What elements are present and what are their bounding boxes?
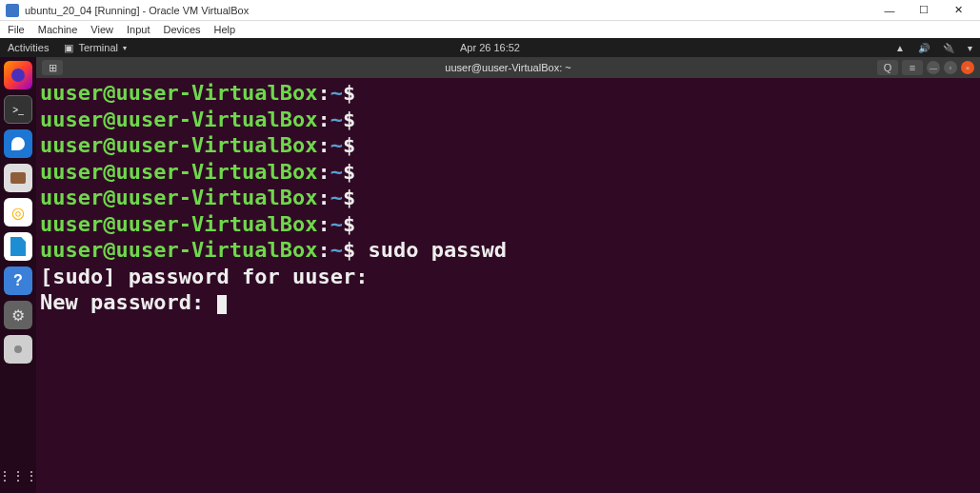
prompt-symbol: $	[343, 212, 369, 236]
dock-settings-icon[interactable]	[4, 301, 32, 329]
terminal-close-button[interactable]: ×	[961, 61, 974, 74]
prompt-colon: :	[317, 108, 330, 131]
topbar-clock[interactable]: Apr 26 16:52	[460, 42, 520, 53]
topbar-status-area[interactable]: ▲ 🔊 🔌 ▾	[895, 43, 972, 53]
prompt-user: uuser@uuser-VirtualBox	[40, 160, 317, 184]
prompt-path: ~	[330, 81, 343, 105]
dock-help-icon[interactable]	[4, 266, 32, 295]
terminal-minimize-button[interactable]: —	[927, 61, 940, 74]
terminal-line: uuser@uuser-VirtualBox:~$	[40, 107, 976, 133]
terminal-small-icon: ▣	[64, 42, 73, 54]
guest-screen: Activities ▣ Terminal ▾ Apr 26 16:52 ▲ 🔊…	[0, 38, 980, 493]
terminal-line: uuser@uuser-VirtualBox:~$	[40, 132, 976, 159]
gnome-topbar: Activities ▣ Terminal ▾ Apr 26 16:52 ▲ 🔊…	[0, 38, 980, 57]
terminal-line: uuser@uuser-VirtualBox:~$	[40, 185, 976, 211]
prompt-symbol: $	[343, 133, 369, 157]
prompt-path: ~	[330, 160, 343, 184]
prompt-colon: :	[317, 186, 330, 209]
status-caret-icon: ▾	[968, 43, 972, 53]
terminal-output-line: New password:	[40, 289, 976, 316]
host-menu-file[interactable]: File	[8, 24, 25, 35]
virtualbox-icon	[6, 4, 19, 17]
prompt-user: uuser@uuser-VirtualBox	[40, 212, 317, 236]
prompt-path: ~	[330, 108, 343, 131]
prompt-user: uuser@uuser-VirtualBox	[40, 186, 317, 209]
prompt-path: ~	[330, 186, 343, 209]
host-menubar: File Machine View Input Devices Help	[0, 21, 980, 38]
prompt-symbol: $	[343, 81, 369, 105]
terminal-body[interactable]: uuser@uuser-VirtualBox:~$ uuser@uuser-Vi…	[36, 78, 980, 493]
prompt-colon: :	[317, 133, 330, 157]
network-icon: ▲	[895, 43, 905, 53]
terminal-output-line: [sudo] password for uuser:	[40, 264, 976, 290]
prompt-path: ~	[330, 238, 343, 262]
volume-icon: 🔊	[918, 43, 930, 53]
host-menu-view[interactable]: View	[90, 24, 113, 35]
dock-terminal-icon[interactable]	[4, 95, 32, 124]
dock-libreoffice-icon[interactable]	[4, 232, 32, 261]
host-maximize-button[interactable]: ☐	[908, 2, 940, 19]
prompt-colon: :	[317, 212, 330, 236]
terminal-maximize-button[interactable]: ▫	[944, 61, 957, 74]
prompt-user: uuser@uuser-VirtualBox	[40, 81, 317, 105]
host-minimize-button[interactable]: —	[873, 2, 906, 19]
prompt-symbol: $	[343, 238, 369, 262]
terminal-line: uuser@uuser-VirtualBox:~$	[40, 159, 976, 186]
host-menu-devices[interactable]: Devices	[163, 24, 200, 35]
terminal-titlebar: ⊞ uuser@uuser-VirtualBox: ~ Q ≡ — ▫ ×	[36, 57, 980, 78]
dock-firefox-icon[interactable]	[4, 61, 32, 89]
power-icon: 🔌	[943, 43, 954, 53]
topbar-app-menu[interactable]: ▣ Terminal ▾	[64, 42, 127, 54]
dock-disc-icon[interactable]	[4, 335, 32, 364]
terminal-line: uuser@uuser-VirtualBox:~$	[40, 80, 976, 107]
prompt-symbol: $	[343, 108, 369, 131]
terminal-line: uuser@uuser-VirtualBox:~$ sudo passwd	[40, 237, 976, 264]
prompt-path: ~	[330, 212, 343, 236]
prompt-colon: :	[317, 238, 330, 262]
host-menu-machine[interactable]: Machine	[38, 24, 78, 35]
prompt-user: uuser@uuser-VirtualBox	[40, 238, 317, 262]
prompt-colon: :	[317, 81, 330, 105]
prompt-user: uuser@uuser-VirtualBox	[40, 133, 317, 157]
terminal-search-button[interactable]: Q	[877, 60, 898, 75]
prompt-symbol: $	[343, 186, 369, 209]
terminal-newtab-button[interactable]: ⊞	[42, 60, 63, 75]
dock: ⋮⋮⋮	[0, 57, 36, 493]
dock-files-icon[interactable]	[4, 164, 32, 192]
topbar-app-label: Terminal	[78, 42, 118, 53]
activities-button[interactable]: Activities	[8, 42, 49, 53]
host-menu-help[interactable]: Help	[214, 24, 236, 35]
terminal-window-title: uuser@uuser-VirtualBox: ~	[445, 62, 570, 73]
host-window-title: ubuntu_20_04 [Running] - Oracle VM Virtu…	[25, 5, 873, 16]
prompt-path: ~	[330, 133, 343, 157]
chevron-down-icon: ▾	[123, 44, 127, 52]
terminal-cursor	[217, 295, 227, 314]
prompt-colon: :	[317, 160, 330, 184]
host-window-titlebar: ubuntu_20_04 [Running] - Oracle VM Virtu…	[0, 0, 980, 21]
host-close-button[interactable]: ✕	[942, 2, 974, 19]
dock-show-apps-button[interactable]: ⋮⋮⋮	[0, 468, 38, 483]
dock-rhythmbox-icon[interactable]	[4, 198, 32, 227]
terminal-line: uuser@uuser-VirtualBox:~$	[40, 211, 976, 238]
terminal-command: sudo passwd	[368, 238, 507, 262]
dock-thunderbird-icon[interactable]	[4, 129, 32, 158]
prompt-symbol: $	[343, 160, 369, 184]
terminal-menu-button[interactable]: ≡	[902, 60, 923, 75]
prompt-user: uuser@uuser-VirtualBox	[40, 108, 317, 131]
host-menu-input[interactable]: Input	[127, 24, 150, 35]
